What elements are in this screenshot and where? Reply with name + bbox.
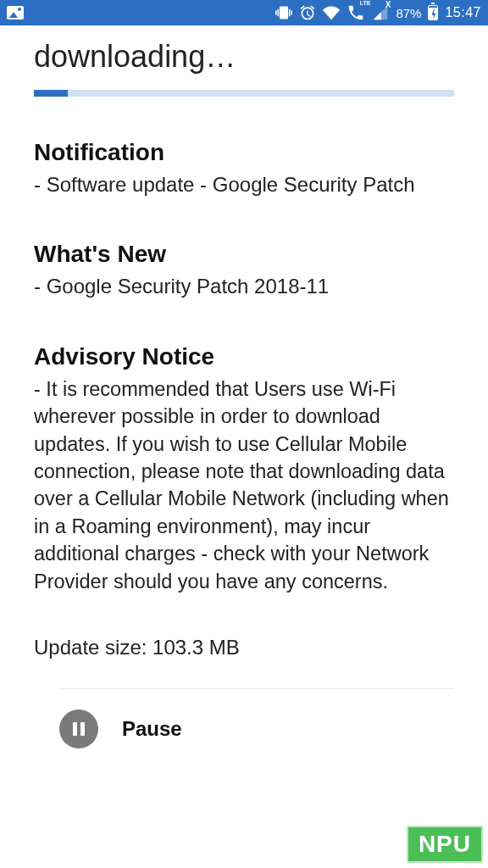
download-progress bbox=[34, 90, 454, 97]
pause-row[interactable]: Pause bbox=[0, 689, 488, 748]
status-left bbox=[7, 6, 24, 19]
alarm-icon bbox=[299, 4, 316, 21]
advisory-heading: Advisory Notice bbox=[34, 343, 454, 370]
whats-new-section: What's New - Google Security Patch 2018-… bbox=[34, 241, 454, 300]
update-size: Update size: 103.3 MB bbox=[34, 636, 454, 659]
whats-new-heading: What's New bbox=[34, 241, 454, 268]
notification-body: - Software update - Google Security Patc… bbox=[34, 171, 454, 198]
advisory-section: Advisory Notice - It is recommended that… bbox=[34, 343, 454, 595]
notification-section: Notification - Software update - Google … bbox=[34, 139, 454, 198]
pause-label: Pause bbox=[122, 717, 182, 741]
page-title: downloading… bbox=[34, 34, 454, 90]
wifi-icon bbox=[323, 4, 340, 21]
advisory-body: - It is recommended that Users use Wi-Fi… bbox=[34, 376, 454, 595]
main-content: downloading… Notification - Software upd… bbox=[0, 25, 488, 659]
notification-heading: Notification bbox=[34, 139, 454, 166]
status-right: LTE X 87% 15:47 bbox=[275, 3, 481, 22]
battery-percent: 87% bbox=[396, 6, 421, 20]
volte-icon: LTE bbox=[347, 3, 365, 22]
pause-icon[interactable] bbox=[59, 709, 98, 748]
clock-time: 15:47 bbox=[445, 5, 481, 20]
watermark-logo: NPU bbox=[407, 826, 483, 863]
battery-charging-icon bbox=[428, 5, 438, 20]
download-progress-fill bbox=[34, 90, 68, 97]
cell-signal-icon: X bbox=[372, 4, 389, 21]
vibrate-icon bbox=[275, 4, 292, 21]
photos-icon bbox=[7, 6, 24, 19]
status-bar: LTE X 87% 15:47 bbox=[0, 0, 488, 25]
whats-new-body: - Google Security Patch 2018-11 bbox=[34, 273, 454, 300]
